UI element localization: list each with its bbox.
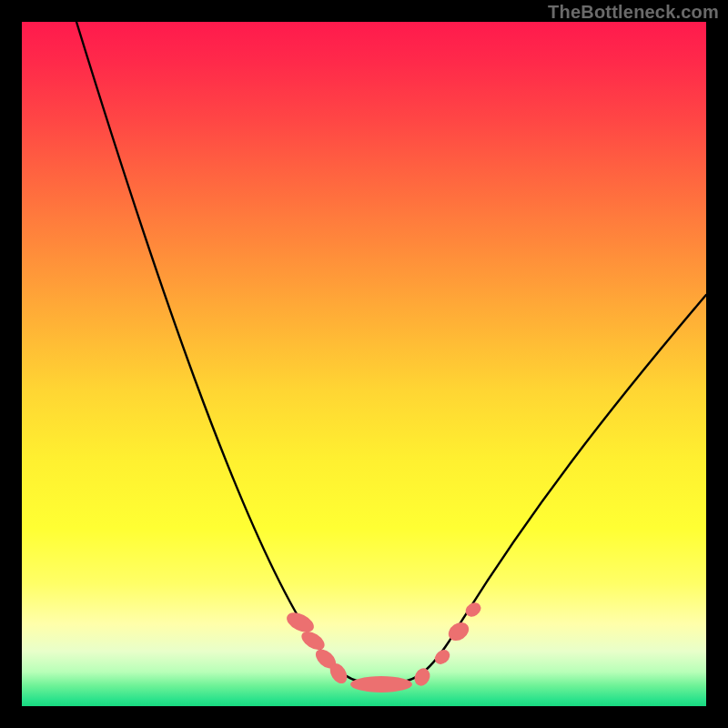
watermark-text: TheBottleneck.com [548,2,719,23]
chart-frame: TheBottleneck.com [0,0,728,728]
plot-area [22,22,706,706]
marker-5 [411,665,433,688]
curve-svg [22,22,706,706]
marker-4 [350,676,412,693]
markers-group [284,600,484,693]
bottleneck-curve [76,22,706,684]
marker-0 [284,609,318,636]
